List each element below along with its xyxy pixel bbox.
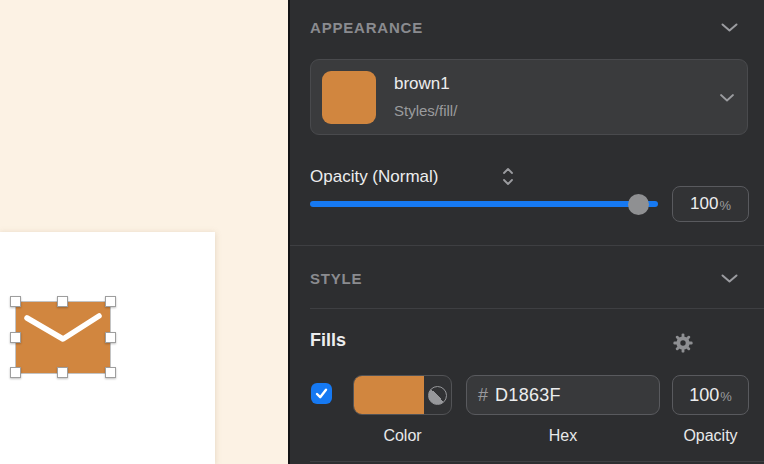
inspector-panel: APPEARANCE brown1 Styles/fill/ Opacity (… bbox=[290, 0, 764, 464]
hex-prefix: # bbox=[478, 385, 488, 406]
fill-color-well[interactable] bbox=[353, 375, 452, 415]
fill-color-chip[interactable] bbox=[354, 376, 424, 414]
selection-handle-top-mid[interactable] bbox=[57, 296, 68, 307]
section-divider bbox=[290, 245, 764, 246]
color-column-label: Color bbox=[353, 427, 452, 445]
envelope-flap-icon bbox=[16, 302, 110, 373]
hex-column-label: Hex bbox=[466, 427, 660, 445]
opacity-column-label: Opacity bbox=[672, 427, 749, 445]
subsection-divider bbox=[310, 308, 764, 309]
selection-handle-top-left[interactable] bbox=[10, 296, 21, 307]
hex-value: D1863F bbox=[495, 385, 561, 406]
fill-opacity-unit: % bbox=[720, 387, 732, 404]
fill-hex-input[interactable]: # D1863F bbox=[466, 375, 660, 415]
blend-mode-stepper-icon[interactable] bbox=[501, 166, 515, 187]
opacity-value: 100 bbox=[690, 194, 718, 214]
fill-opacity-value: 100 bbox=[689, 385, 719, 406]
bottom-divider bbox=[310, 461, 764, 462]
shared-style-card[interactable]: brown1 Styles/fill/ bbox=[310, 59, 748, 135]
checkmark-icon bbox=[314, 386, 329, 401]
selection-handle-top-right[interactable] bbox=[105, 296, 116, 307]
selection-handle-mid-right[interactable] bbox=[105, 332, 116, 343]
opacity-slider-track[interactable] bbox=[310, 201, 658, 207]
gradient-contrast-icon bbox=[428, 386, 447, 405]
selection-handle-bottom-mid[interactable] bbox=[57, 367, 68, 378]
opacity-label: Opacity (Normal) bbox=[310, 167, 438, 187]
style-collapse-chevron-down-icon[interactable] bbox=[720, 273, 739, 284]
style-name: brown1 bbox=[394, 74, 450, 94]
selection-handle-bottom-right[interactable] bbox=[105, 367, 116, 378]
style-path: Styles/fill/ bbox=[394, 102, 457, 119]
appearance-collapse-chevron-down-icon[interactable] bbox=[720, 22, 739, 33]
opacity-unit: % bbox=[719, 196, 731, 213]
selection-handle-mid-left[interactable] bbox=[10, 332, 21, 343]
style-swatch bbox=[322, 71, 376, 124]
fill-opacity-field[interactable]: 100 % bbox=[672, 375, 749, 415]
style-dropdown-chevron-down-icon[interactable] bbox=[719, 93, 735, 103]
selected-shape-envelope[interactable] bbox=[16, 302, 110, 373]
selection-handle-bottom-left[interactable] bbox=[10, 367, 21, 378]
fills-settings-gear-icon[interactable] bbox=[673, 333, 693, 353]
style-section-title: STYLE bbox=[310, 270, 362, 287]
fill-enabled-checkbox[interactable] bbox=[311, 383, 332, 404]
opacity-slider-thumb[interactable] bbox=[628, 194, 649, 215]
fills-section-title: Fills bbox=[310, 330, 346, 351]
canvas-area[interactable] bbox=[0, 0, 288, 464]
fill-type-toggle[interactable] bbox=[424, 376, 451, 414]
appearance-section-title: APPEARANCE bbox=[310, 19, 423, 36]
envelope-shape[interactable] bbox=[16, 302, 110, 373]
opacity-value-field[interactable]: 100 % bbox=[672, 186, 749, 222]
